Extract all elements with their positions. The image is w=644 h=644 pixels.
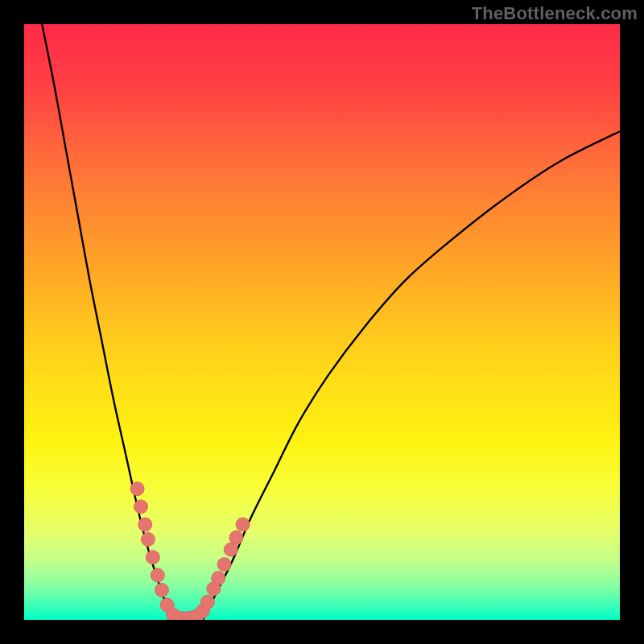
bottleneck-curve	[42, 24, 620, 620]
marker-dot	[212, 572, 225, 585]
marker-dot	[229, 530, 243, 544]
watermark-text: TheBottleneck.com	[472, 3, 638, 24]
chart-svg	[24, 24, 620, 620]
marker-dot	[236, 518, 250, 531]
marker-dot	[151, 568, 164, 582]
outer-frame: TheBottleneck.com	[0, 0, 644, 644]
marker-dot	[217, 558, 231, 572]
marker-dot	[155, 584, 168, 597]
marker-dot	[138, 518, 152, 531]
marker-dot	[200, 595, 214, 609]
plot-area	[24, 24, 620, 620]
marker-dot	[146, 551, 159, 564]
marker-dot	[134, 500, 148, 514]
marker-dot	[130, 482, 144, 496]
marker-dot	[141, 533, 155, 547]
